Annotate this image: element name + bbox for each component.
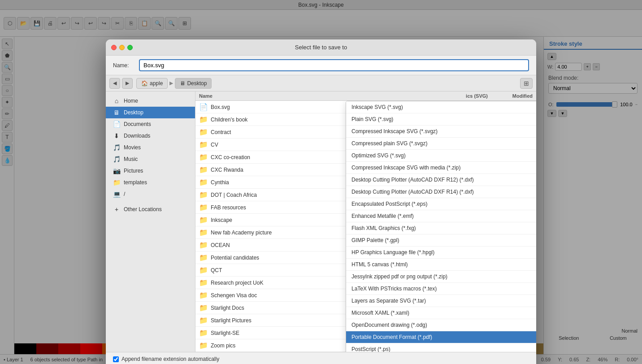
sidebar-item-other-locations[interactable]: + Other Locations [106, 204, 195, 215]
other-locations-icon: + [113, 206, 120, 213]
dialog-titlebar: Select file to save to [106, 39, 536, 56]
format-item[interactable]: Encapsulated PostScript (*.eps) [346, 198, 536, 210]
format-item[interactable]: HTML 5 canvas (*.html) [346, 259, 536, 271]
nav-back-button[interactable]: ◀ [109, 78, 120, 89]
nav-desktop-label: Desktop [187, 80, 207, 87]
dialog-navbar: ◀ ▶ 🏠 apple ▶ 🖥 Desktop ⊞ [106, 75, 536, 91]
folder-icon: 📁 [199, 266, 208, 274]
sidebar-movies-label: Movies [124, 144, 141, 151]
sidebar-item-home[interactable]: ⌂ Home [106, 95, 195, 107]
dialog-checkboxes: Append filename extension automatically … [113, 356, 529, 364]
format-item[interactable]: Plain SVG (*.svg) [346, 113, 536, 126]
name-input[interactable] [139, 59, 529, 71]
movies-icon: 🎵 [113, 144, 120, 151]
filelist-header: Name ics (SVG) Modified [195, 91, 536, 101]
dialog-sidebar: ⌂ Home 🖥 Desktop 📄 Documents ⬇ Downloads… [106, 91, 195, 352]
folder-icon: 📁 [199, 191, 208, 199]
nav-desktop-button[interactable]: 🖥 Desktop [175, 78, 212, 89]
folder-icon: 📁 [199, 203, 208, 212]
name-label: Name: [113, 62, 135, 69]
format-item[interactable]: Inkscape SVG (*.svg) [346, 101, 536, 113]
dialog-body: ⌂ Home 🖥 Desktop 📄 Documents ⬇ Downloads… [106, 91, 536, 352]
sidebar-item-pictures[interactable]: 📷 Pictures [106, 165, 195, 177]
folder-icon: 📁 [199, 165, 208, 174]
dialog-title: Select file to save to [295, 44, 347, 51]
downloads-icon: ⬇ [113, 132, 120, 139]
format-item[interactable]: PostScript (*.ps) [346, 343, 536, 352]
sidebar-templates-label: templates [124, 179, 147, 186]
format-item[interactable]: OpenDocument drawing (*.odg) [346, 319, 536, 331]
close-button[interactable] [111, 45, 117, 50]
format-item[interactable]: Enhanced Metafile (*.emf) [346, 210, 536, 222]
sidebar-item-downloads[interactable]: ⬇ Downloads [106, 130, 195, 142]
format-item[interactable]: Optimized SVG (*.svg) [346, 150, 536, 162]
folder-icon: 📁 [199, 303, 208, 312]
documents-icon: 📄 [113, 121, 120, 128]
nav-apple-label: apple [150, 80, 163, 87]
folder-icon: 📁 [199, 316, 208, 325]
format-dropdown: Inkscape SVG (*.svg) Plain SVG (*.svg) C… [346, 101, 536, 352]
format-item[interactable]: Compressed Inkscape SVG (*.svgz) [346, 126, 536, 138]
folder-icon: 📁 [199, 253, 208, 262]
file-icon: 📄 [199, 103, 208, 111]
sidebar-item-templates[interactable]: 📁 templates [106, 177, 195, 188]
folder-icon: 📁 [199, 291, 208, 299]
checkbox-append-ext-input[interactable] [113, 356, 119, 362]
nav-separator: ▶ [169, 80, 173, 86]
folder-icon: 📁 [199, 115, 208, 124]
sidebar-desktop-label: Desktop [124, 109, 143, 116]
format-item[interactable]: Compressed Inkscape SVG with media (*.zi… [346, 162, 536, 174]
format-item[interactable]: Desktop Cutting Plotter (AutoCAD DXF R12… [346, 174, 536, 186]
sidebar-item-root[interactable]: 💻 / [106, 188, 195, 200]
format-item-pdf[interactable]: Portable Document Format (*.pdf) [346, 331, 536, 343]
folder-icon: 📁 [199, 228, 208, 237]
folder-icon: 📁 [199, 178, 208, 186]
minimize-button[interactable] [119, 45, 125, 50]
col-modified-header: Modified [488, 93, 533, 99]
format-item[interactable]: Layers as Separate SVG (*.tar) [346, 295, 536, 307]
format-item[interactable]: Flash XML Graphics (*.fxg) [346, 222, 536, 234]
format-item[interactable]: Compressed plain SVG (*.svgz) [346, 138, 536, 150]
nav-desktop-icon: 🖥 [180, 80, 185, 87]
format-item[interactable]: Microsoft XAML (*.xaml) [346, 307, 536, 319]
dialog-overlay: Select file to save to Name: ◀ ▶ 🏠 apple… [0, 0, 642, 364]
new-folder-button[interactable]: ⊞ [520, 78, 533, 89]
filelist-content: 📄 Box.svg 11:49 📁 Children's book 2 Sep … [195, 101, 536, 352]
desktop-icon: 🖥 [113, 109, 120, 116]
format-item[interactable]: Desktop Cutting Plotter (AutoCAD DXF R14… [346, 186, 536, 198]
sidebar-pictures-label: Pictures [124, 168, 143, 174]
folder-icon: 📁 [199, 278, 208, 287]
pictures-icon: 📷 [113, 167, 120, 174]
save-dialog: Select file to save to Name: ◀ ▶ 🏠 apple… [106, 39, 536, 364]
sidebar-item-desktop[interactable]: 🖥 Desktop [106, 107, 195, 118]
format-item[interactable]: GIMP Palette (*.gpl) [346, 234, 536, 247]
folder-icon: 📁 [199, 216, 208, 224]
folder-icon: 📁 [199, 329, 208, 337]
format-item[interactable]: HP Graphics Language file (*.hpgl) [346, 247, 536, 259]
format-item[interactable]: LaTeX With PSTricks macros (*.tex) [346, 283, 536, 295]
nav-apple-icon: 🏠 [141, 80, 148, 87]
home-icon: ⌂ [113, 97, 120, 104]
folder-icon: 📁 [199, 341, 208, 350]
name-row: Name: [106, 56, 536, 75]
sidebar-item-movies[interactable]: 🎵 Movies [106, 142, 195, 153]
nav-apple-button[interactable]: 🏠 apple [136, 78, 168, 89]
nav-forward-button[interactable]: ▶ [122, 78, 133, 89]
sidebar-item-music[interactable]: 🎵 Music [106, 153, 195, 165]
root-icon: 💻 [113, 191, 120, 198]
col-name-header: Name [199, 93, 398, 99]
music-icon: 🎵 [113, 156, 120, 163]
sidebar-separator [106, 200, 195, 204]
folder-icon: 📁 [199, 241, 208, 249]
folder-icon: 📁 [199, 128, 208, 136]
checkbox-append-ext[interactable]: Append filename extension automatically [113, 356, 529, 362]
sidebar-item-documents[interactable]: 📄 Documents [106, 118, 195, 130]
col-modified-placeholder: ics (SVG) [398, 93, 488, 99]
format-item[interactable]: JessyInk zipped pdf or png output (*.zip… [346, 271, 536, 283]
checkbox-append-ext-label: Append filename extension automatically [121, 356, 219, 362]
new-folder-icon: ⊞ [524, 80, 529, 87]
dialog-traffic-lights [111, 45, 133, 50]
sidebar-home-label: Home [124, 98, 138, 104]
maximize-button[interactable] [127, 45, 133, 50]
sidebar-other-locations-label: Other Locations [124, 206, 162, 212]
